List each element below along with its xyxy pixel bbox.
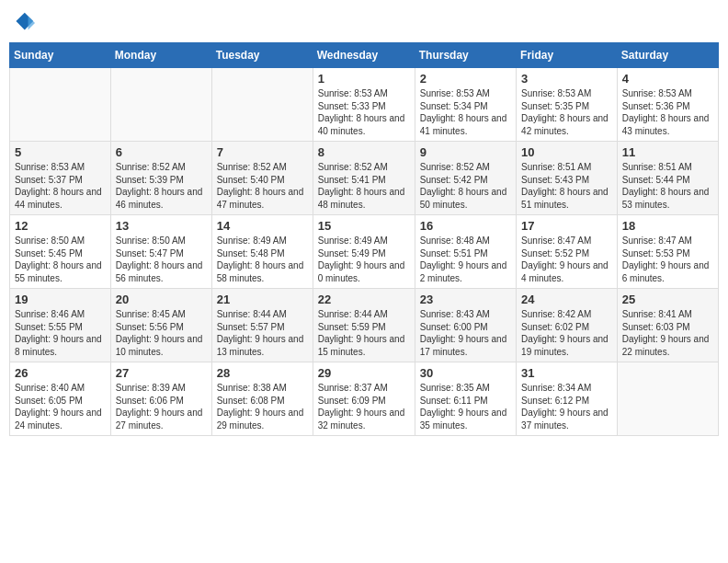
calendar-cell bbox=[10, 68, 111, 142]
day-info: Sunrise: 8:53 AM Sunset: 5:34 PM Dayligh… bbox=[420, 87, 511, 137]
day-number: 26 bbox=[15, 366, 106, 380]
header bbox=[9, 9, 719, 35]
calendar-cell: 9Sunrise: 8:52 AM Sunset: 5:42 PM Daylig… bbox=[415, 142, 516, 215]
day-number: 13 bbox=[116, 219, 207, 233]
calendar-row: 5Sunrise: 8:53 AM Sunset: 5:37 PM Daylig… bbox=[10, 142, 719, 215]
day-info: Sunrise: 8:35 AM Sunset: 6:11 PM Dayligh… bbox=[420, 382, 511, 431]
calendar-cell: 4Sunrise: 8:53 AM Sunset: 5:36 PM Daylig… bbox=[617, 68, 718, 142]
calendar-cell: 20Sunrise: 8:45 AM Sunset: 5:56 PM Dayli… bbox=[110, 289, 211, 362]
header-cell-saturday: Saturday bbox=[617, 43, 718, 68]
day-number: 21 bbox=[217, 293, 308, 306]
calendar-cell: 13Sunrise: 8:50 AM Sunset: 5:47 PM Dayli… bbox=[110, 215, 211, 289]
calendar-table: SundayMondayTuesdayWednesdayThursdayFrid… bbox=[9, 42, 719, 436]
day-info: Sunrise: 8:51 AM Sunset: 5:44 PM Dayligh… bbox=[622, 161, 713, 211]
calendar-cell: 19Sunrise: 8:46 AM Sunset: 5:55 PM Dayli… bbox=[10, 289, 111, 362]
day-info: Sunrise: 8:53 AM Sunset: 5:35 PM Dayligh… bbox=[521, 87, 612, 137]
logo-icon bbox=[9, 9, 35, 35]
day-info: Sunrise: 8:49 AM Sunset: 5:49 PM Dayligh… bbox=[318, 235, 410, 284]
header-cell-wednesday: Wednesday bbox=[313, 43, 415, 68]
day-number: 8 bbox=[318, 145, 410, 159]
day-info: Sunrise: 8:53 AM Sunset: 5:33 PM Dayligh… bbox=[318, 87, 410, 137]
calendar-cell: 11Sunrise: 8:51 AM Sunset: 5:44 PM Dayli… bbox=[617, 142, 718, 215]
calendar-cell: 5Sunrise: 8:53 AM Sunset: 5:37 PM Daylig… bbox=[10, 142, 111, 215]
calendar-cell: 16Sunrise: 8:48 AM Sunset: 5:51 PM Dayli… bbox=[415, 215, 516, 289]
day-info: Sunrise: 8:45 AM Sunset: 5:56 PM Dayligh… bbox=[116, 308, 207, 358]
day-number: 28 bbox=[217, 366, 308, 380]
day-number: 7 bbox=[217, 145, 308, 159]
calendar-cell: 3Sunrise: 8:53 AM Sunset: 5:35 PM Daylig… bbox=[517, 68, 618, 142]
day-info: Sunrise: 8:53 AM Sunset: 5:36 PM Dayligh… bbox=[622, 87, 713, 137]
day-info: Sunrise: 8:48 AM Sunset: 5:51 PM Dayligh… bbox=[420, 235, 511, 284]
day-number: 20 bbox=[116, 293, 207, 306]
day-number: 19 bbox=[15, 293, 106, 306]
calendar-cell: 6Sunrise: 8:52 AM Sunset: 5:39 PM Daylig… bbox=[110, 142, 211, 215]
calendar-cell: 8Sunrise: 8:52 AM Sunset: 5:41 PM Daylig… bbox=[313, 142, 415, 215]
day-number: 17 bbox=[521, 219, 612, 233]
calendar-row: 19Sunrise: 8:46 AM Sunset: 5:55 PM Dayli… bbox=[10, 289, 719, 362]
day-info: Sunrise: 8:38 AM Sunset: 6:08 PM Dayligh… bbox=[217, 382, 308, 431]
logo bbox=[9, 9, 39, 35]
day-number: 11 bbox=[622, 145, 713, 159]
day-info: Sunrise: 8:52 AM Sunset: 5:39 PM Dayligh… bbox=[116, 161, 207, 211]
day-info: Sunrise: 8:40 AM Sunset: 6:05 PM Dayligh… bbox=[15, 382, 106, 431]
day-info: Sunrise: 8:44 AM Sunset: 5:57 PM Dayligh… bbox=[217, 308, 308, 358]
calendar-cell: 25Sunrise: 8:41 AM Sunset: 6:03 PM Dayli… bbox=[617, 289, 718, 362]
day-number: 23 bbox=[420, 293, 511, 306]
calendar-cell: 28Sunrise: 8:38 AM Sunset: 6:08 PM Dayli… bbox=[211, 362, 313, 436]
calendar-row: 1Sunrise: 8:53 AM Sunset: 5:33 PM Daylig… bbox=[10, 68, 719, 142]
day-info: Sunrise: 8:50 AM Sunset: 5:45 PM Dayligh… bbox=[15, 235, 106, 284]
day-info: Sunrise: 8:39 AM Sunset: 6:06 PM Dayligh… bbox=[116, 382, 207, 431]
header-row: SundayMondayTuesdayWednesdayThursdayFrid… bbox=[10, 43, 719, 68]
day-number: 4 bbox=[622, 72, 713, 86]
day-info: Sunrise: 8:34 AM Sunset: 6:12 PM Dayligh… bbox=[521, 382, 612, 431]
day-number: 24 bbox=[521, 293, 612, 306]
calendar-cell: 27Sunrise: 8:39 AM Sunset: 6:06 PM Dayli… bbox=[110, 362, 211, 436]
calendar-cell: 24Sunrise: 8:42 AM Sunset: 6:02 PM Dayli… bbox=[517, 289, 618, 362]
day-info: Sunrise: 8:51 AM Sunset: 5:43 PM Dayligh… bbox=[521, 161, 612, 211]
calendar-cell: 26Sunrise: 8:40 AM Sunset: 6:05 PM Dayli… bbox=[10, 362, 111, 436]
header-cell-sunday: Sunday bbox=[10, 43, 111, 68]
calendar-cell bbox=[110, 68, 211, 142]
header-cell-friday: Friday bbox=[517, 43, 618, 68]
svg-marker-1 bbox=[28, 16, 35, 29]
day-number: 16 bbox=[420, 219, 511, 233]
day-number: 12 bbox=[15, 219, 106, 233]
day-number: 30 bbox=[420, 366, 511, 380]
calendar-cell: 23Sunrise: 8:43 AM Sunset: 6:00 PM Dayli… bbox=[415, 289, 516, 362]
calendar-cell: 10Sunrise: 8:51 AM Sunset: 5:43 PM Dayli… bbox=[517, 142, 618, 215]
calendar-cell bbox=[617, 362, 718, 436]
calendar-cell: 30Sunrise: 8:35 AM Sunset: 6:11 PM Dayli… bbox=[415, 362, 516, 436]
day-info: Sunrise: 8:37 AM Sunset: 6:09 PM Dayligh… bbox=[318, 382, 410, 431]
day-number: 18 bbox=[622, 219, 713, 233]
day-number: 27 bbox=[116, 366, 207, 380]
day-info: Sunrise: 8:46 AM Sunset: 5:55 PM Dayligh… bbox=[15, 308, 106, 358]
day-number: 31 bbox=[521, 366, 612, 380]
day-number: 22 bbox=[318, 293, 410, 306]
header-cell-tuesday: Tuesday bbox=[211, 43, 313, 68]
calendar-body: 1Sunrise: 8:53 AM Sunset: 5:33 PM Daylig… bbox=[10, 68, 719, 436]
calendar-header: SundayMondayTuesdayWednesdayThursdayFrid… bbox=[10, 43, 719, 68]
day-number: 14 bbox=[217, 219, 308, 233]
day-number: 5 bbox=[15, 145, 106, 159]
day-number: 10 bbox=[521, 145, 612, 159]
header-cell-thursday: Thursday bbox=[415, 43, 516, 68]
calendar-cell: 22Sunrise: 8:44 AM Sunset: 5:59 PM Dayli… bbox=[313, 289, 415, 362]
day-number: 9 bbox=[420, 145, 511, 159]
calendar-cell: 18Sunrise: 8:47 AM Sunset: 5:53 PM Dayli… bbox=[617, 215, 718, 289]
day-number: 3 bbox=[521, 72, 612, 86]
calendar-cell: 12Sunrise: 8:50 AM Sunset: 5:45 PM Dayli… bbox=[10, 215, 111, 289]
day-info: Sunrise: 8:43 AM Sunset: 6:00 PM Dayligh… bbox=[420, 308, 511, 358]
day-number: 2 bbox=[420, 72, 511, 86]
day-info: Sunrise: 8:50 AM Sunset: 5:47 PM Dayligh… bbox=[116, 235, 207, 284]
day-info: Sunrise: 8:47 AM Sunset: 5:53 PM Dayligh… bbox=[622, 235, 713, 284]
calendar-row: 12Sunrise: 8:50 AM Sunset: 5:45 PM Dayli… bbox=[10, 215, 719, 289]
day-info: Sunrise: 8:49 AM Sunset: 5:48 PM Dayligh… bbox=[217, 235, 308, 284]
day-info: Sunrise: 8:53 AM Sunset: 5:37 PM Dayligh… bbox=[15, 161, 106, 211]
calendar-row: 26Sunrise: 8:40 AM Sunset: 6:05 PM Dayli… bbox=[10, 362, 719, 436]
calendar-cell: 29Sunrise: 8:37 AM Sunset: 6:09 PM Dayli… bbox=[313, 362, 415, 436]
day-info: Sunrise: 8:42 AM Sunset: 6:02 PM Dayligh… bbox=[521, 308, 612, 358]
calendar-cell: 2Sunrise: 8:53 AM Sunset: 5:34 PM Daylig… bbox=[415, 68, 516, 142]
day-info: Sunrise: 8:47 AM Sunset: 5:52 PM Dayligh… bbox=[521, 235, 612, 284]
day-info: Sunrise: 8:44 AM Sunset: 5:59 PM Dayligh… bbox=[318, 308, 410, 358]
calendar-cell: 15Sunrise: 8:49 AM Sunset: 5:49 PM Dayli… bbox=[313, 215, 415, 289]
